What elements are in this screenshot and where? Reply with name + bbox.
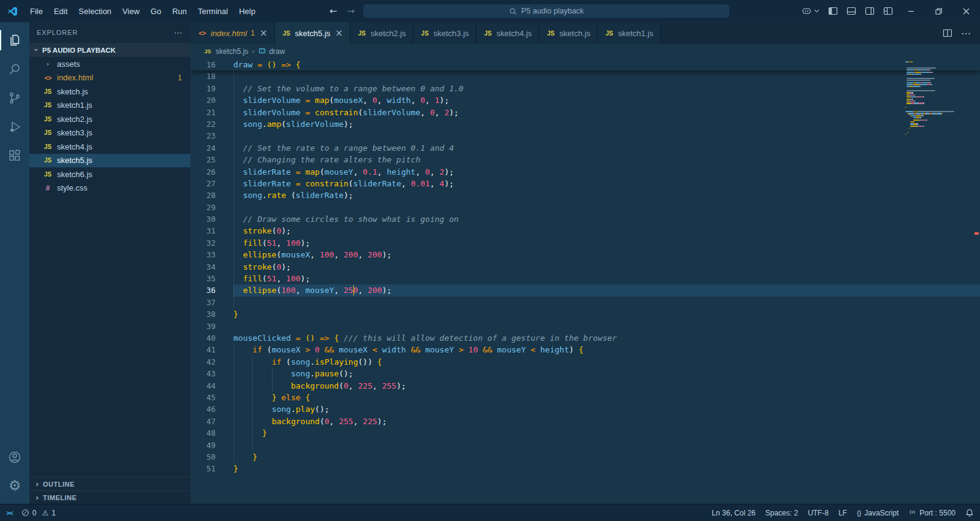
activity-account-icon[interactable] [0, 443, 29, 471]
remote-icon[interactable]: >< [6, 509, 13, 517]
close-icon[interactable]: × [335, 28, 343, 39]
line-number[interactable]: 25 [190, 154, 216, 165]
code-line[interactable]: 21 sliderVolume = constrain(sliderVolume… [190, 107, 980, 118]
file-sketch2.js[interactable]: JSsketch2.js [29, 112, 190, 126]
line-number[interactable]: 41 [190, 344, 216, 356]
activity-extensions-icon[interactable] [0, 141, 29, 170]
line-number[interactable]: 32 [190, 237, 216, 249]
line-number[interactable]: 23 [190, 130, 216, 142]
toggle-panel-icon[interactable] [842, 0, 861, 22]
code-line[interactable]: 33 ellipse(mouseX, 100, 200, 200); [190, 249, 980, 260]
line-number[interactable]: 33 [190, 249, 216, 260]
line-number[interactable]: 19 [190, 83, 216, 94]
code-line[interactable]: 35 fill(51, 100); [190, 273, 980, 284]
code-line[interactable]: 41 if (mouseX > 0 && mouseX < width && m… [190, 344, 980, 356]
minimize-button[interactable] [897, 0, 925, 22]
line-number[interactable]: 36 [190, 284, 216, 296]
line-number[interactable]: 30 [190, 213, 216, 225]
restore-button[interactable] [925, 0, 952, 22]
line-number[interactable]: 18 [190, 70, 216, 82]
activity-explorer-icon[interactable] [0, 26, 29, 55]
code-line[interactable]: 18 [190, 70, 980, 82]
code-line[interactable]: 43 song.pause(); [190, 368, 980, 379]
notifications-bell-icon[interactable] [965, 509, 974, 517]
forward-arrow-icon[interactable]: → [345, 6, 356, 17]
project-folder-row[interactable]: › P5 AUDIO PLAYBACK [29, 43, 190, 57]
menu-terminal[interactable]: Terminal [192, 0, 233, 22]
file-index.html[interactable]: <>index.html1 [29, 71, 190, 85]
command-center-search[interactable]: P5 audio playback [363, 4, 730, 18]
activity-source-control-icon[interactable] [0, 83, 29, 112]
line-number[interactable]: 43 [190, 368, 216, 379]
code-line[interactable]: 36 ellipse(100, mouseY, 250, 200); [190, 284, 980, 296]
code-line[interactable]: 42 if (song.isPlaying()) { [190, 356, 980, 368]
code-line[interactable]: 30 // Draw some circles to show what is … [190, 213, 980, 225]
status-port-5500[interactable]: Port : 5500 [908, 508, 956, 517]
customize-layout-icon[interactable] [879, 0, 897, 22]
status-utf-8[interactable]: UTF-8 [808, 509, 829, 517]
file-sketch4.js[interactable]: JSsketch4.js [29, 140, 190, 154]
line-number[interactable]: 49 [190, 439, 216, 451]
line-number[interactable]: 47 [190, 416, 216, 427]
file-sketch1.js[interactable]: JSsketch1.js [29, 99, 190, 113]
close-icon[interactable]: × [260, 28, 268, 39]
tab-sketch.js[interactable]: JSsketch.js [539, 22, 598, 44]
code-line[interactable]: 29 [190, 202, 980, 213]
line-number[interactable]: 31 [190, 225, 216, 237]
copilot-icon[interactable] [797, 0, 824, 22]
file-sketch6.js[interactable]: JSsketch6.js [29, 167, 190, 181]
tab-sketch5.js[interactable]: JSsketch5.js× [275, 22, 350, 44]
code-line[interactable]: 26 sliderRate = map(mouseY, 0.1, height,… [190, 166, 980, 178]
sticky-line[interactable]: 16draw = () => { [190, 59, 980, 70]
toggle-secondary-sidebar-icon[interactable] [861, 0, 879, 22]
line-number[interactable]: 28 [190, 189, 216, 201]
line-number[interactable]: 27 [190, 178, 216, 189]
file-style.css[interactable]: #style.css [29, 181, 190, 196]
code-line[interactable]: 51} [190, 463, 980, 474]
file-sketch3.js[interactable]: JSsketch3.js [29, 126, 190, 140]
line-number[interactable]: 35 [190, 273, 216, 284]
code-line[interactable]: 24 // Set the rate to a range between 0.… [190, 142, 980, 154]
section-timeline[interactable]: ›TIMELINE [29, 490, 190, 504]
code-line[interactable]: 49 [190, 439, 980, 451]
code-line[interactable]: 27 sliderRate = constrain(sliderRate, 0.… [190, 178, 980, 189]
tab-sketch2.js[interactable]: JSsketch2.js [350, 22, 413, 44]
code-line[interactable]: 23 [190, 130, 980, 142]
code-line[interactable]: 34 stroke(0); [190, 261, 980, 273]
code-line[interactable]: 20 sliderVolume = map(mouseX, 0, width, … [190, 94, 980, 106]
activity-search-icon[interactable] [0, 55, 29, 83]
line-number[interactable]: 22 [190, 118, 216, 130]
menu-selection[interactable]: Selection [73, 0, 116, 22]
menu-help[interactable]: Help [233, 0, 261, 22]
breadcrumb-item[interactable]: draw [258, 47, 285, 56]
code-line[interactable]: 40mouseClicked = () => { /// this will a… [190, 332, 980, 344]
code-line[interactable]: 39 [190, 321, 980, 332]
code-line[interactable]: 25 // Changing the rate alters the pitch [190, 154, 980, 165]
code-editor[interactable]: 16draw = () => {1819 // Set the volume t… [190, 59, 980, 504]
code-line[interactable]: 19 // Set the volume to a range between … [190, 83, 980, 94]
menu-run[interactable]: Run [167, 0, 192, 22]
more-actions-icon[interactable]: ⋯ [174, 28, 183, 37]
line-number[interactable]: 26 [190, 166, 216, 178]
line-number[interactable]: 37 [190, 297, 216, 308]
line-number[interactable]: 46 [190, 403, 216, 415]
line-number[interactable]: 42 [190, 356, 216, 368]
menu-file[interactable]: File [24, 0, 48, 22]
code-line[interactable]: 22 song.amp(sliderVolume); [190, 118, 980, 130]
code-line[interactable]: 44 background(0, 225, 255); [190, 380, 980, 392]
code-line[interactable]: 28 song.rate (sliderRate); [190, 189, 980, 201]
code-line[interactable]: 37 [190, 297, 980, 308]
breadcrumb-item[interactable]: JSsketch5.js [203, 47, 248, 56]
close-button[interactable] [952, 0, 980, 22]
status-javascript[interactable]: {}JavaScript [857, 509, 899, 517]
code-line[interactable]: 50 } [190, 451, 980, 463]
file-sketch5.js[interactable]: JSsketch5.js [29, 154, 190, 168]
section-outline[interactable]: ›OUTLINE [29, 477, 190, 490]
line-number[interactable]: 24 [190, 142, 216, 154]
code-line[interactable]: 48 } [190, 427, 980, 439]
file-sketch.js[interactable]: JSsketch.js [29, 85, 190, 99]
status-ln-36-col-26[interactable]: Ln 36, Col 26 [712, 509, 755, 517]
tab-sketch3.js[interactable]: JSsketch3.js [413, 22, 477, 44]
tab-sketch1.js[interactable]: JSsketch1.js [598, 22, 661, 44]
tab-sketch4.js[interactable]: JSsketch4.js [477, 22, 540, 44]
